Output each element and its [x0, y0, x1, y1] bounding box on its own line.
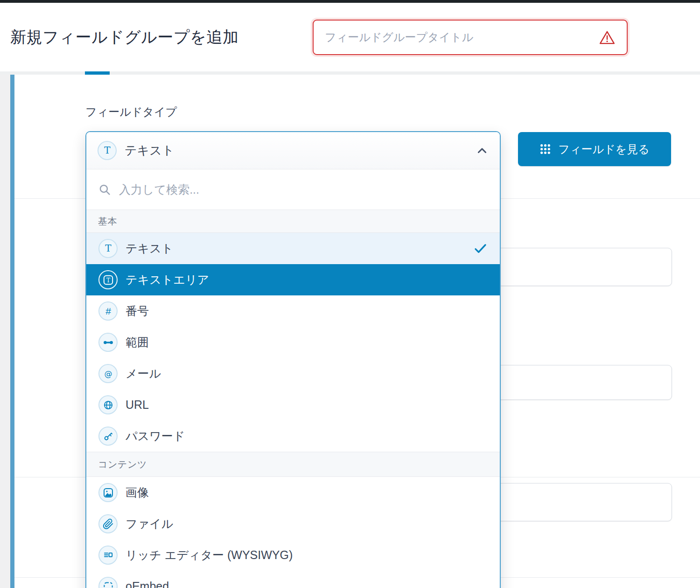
- field-type-option-label: ファイル: [126, 516, 173, 532]
- wysiwyg-icon: [98, 546, 118, 565]
- search-icon: [98, 183, 111, 196]
- url-icon: [98, 395, 118, 414]
- grid-icon: [539, 143, 551, 155]
- field-type-option-label: リッチ エディター (WYSIWYG): [126, 547, 293, 563]
- text-icon: T: [98, 239, 118, 258]
- field-type-option-email[interactable]: @メール: [86, 358, 500, 389]
- field-type-option-label: メール: [126, 366, 161, 381]
- field-type-option-oembed[interactable]: oEmbed: [86, 571, 500, 588]
- field-type-option-password[interactable]: パスワード: [86, 420, 500, 452]
- field-type-option-number[interactable]: #番号: [86, 295, 500, 327]
- range-icon: [98, 333, 118, 352]
- field-type-option-text[interactable]: Tテキスト: [86, 233, 500, 264]
- active-tab-indicator: [85, 71, 110, 75]
- field-type-option-url[interactable]: URL: [86, 389, 500, 420]
- oembed-icon: [98, 577, 118, 588]
- password-icon: [98, 427, 118, 446]
- page-title: 新規フィールドグループを追加: [10, 27, 238, 48]
- field-type-list: 基本TテキストTテキストエリア#番号範囲@メールURLパスワードコンテンツ画像フ…: [86, 210, 500, 588]
- svg-text:T: T: [106, 277, 110, 283]
- field-type-option-label: 番号: [126, 303, 149, 319]
- chevron-up-icon[interactable]: [476, 144, 489, 157]
- image-icon: [98, 483, 118, 502]
- field-type-option-label: oEmbed: [126, 580, 169, 588]
- selected-type-label: テキスト: [125, 142, 174, 159]
- field-type-option-label: URL: [126, 398, 149, 412]
- field-type-option-range[interactable]: 範囲: [86, 327, 500, 358]
- field-type-option-label: テキスト: [126, 241, 173, 256]
- email-icon: @: [98, 364, 118, 383]
- field-type-select[interactable]: T テキスト: [86, 132, 500, 169]
- number-icon: #: [98, 301, 118, 321]
- type-search-row: [86, 169, 500, 210]
- content-panel: フィールドタイプ フィールドを見る T テキスト 基本TテキストTテキス: [0, 75, 700, 588]
- field-type-option-image[interactable]: 画像: [86, 477, 500, 508]
- field-type-dropdown: T テキスト 基本TテキストTテキストエリア#番号範囲@メールURLパスワードコ…: [85, 131, 501, 588]
- field-type-option-wysiwyg[interactable]: リッチ エディター (WYSIWYG): [86, 539, 500, 571]
- tab-strip: [0, 71, 700, 75]
- field-type-option-label: テキストエリア: [126, 272, 209, 287]
- field-type-option-label: 画像: [126, 485, 149, 500]
- field-type-option-label: 範囲: [126, 335, 149, 350]
- browse-fields-button-label: フィールドを見る: [558, 142, 649, 157]
- left-accent-bar: [10, 75, 14, 588]
- page-gutter: [0, 75, 10, 588]
- warning-icon: [599, 30, 616, 45]
- svg-text:T: T: [104, 145, 111, 156]
- type-group-header: 基本: [86, 210, 500, 233]
- field-group-title-field: [313, 20, 628, 55]
- page-header: 新規フィールドグループを追加: [0, 3, 700, 71]
- text-icon: T: [98, 141, 117, 160]
- svg-text:#: #: [105, 306, 111, 316]
- textarea-icon: T: [98, 270, 118, 289]
- check-icon: [473, 241, 488, 256]
- field-type-option-textarea[interactable]: Tテキストエリア: [86, 264, 500, 295]
- field-type-option-file[interactable]: ファイル: [86, 508, 500, 539]
- svg-text:T: T: [105, 243, 112, 254]
- browse-fields-button[interactable]: フィールドを見る: [518, 132, 671, 166]
- svg-text:@: @: [104, 369, 112, 378]
- field-type-option-label: パスワード: [126, 428, 185, 444]
- field-group-title-input[interactable]: [325, 31, 592, 44]
- type-group-header: コンテンツ: [86, 452, 500, 477]
- file-icon: [98, 514, 118, 533]
- type-search-input[interactable]: [119, 183, 488, 196]
- field-type-label: フィールドタイプ: [85, 105, 177, 119]
